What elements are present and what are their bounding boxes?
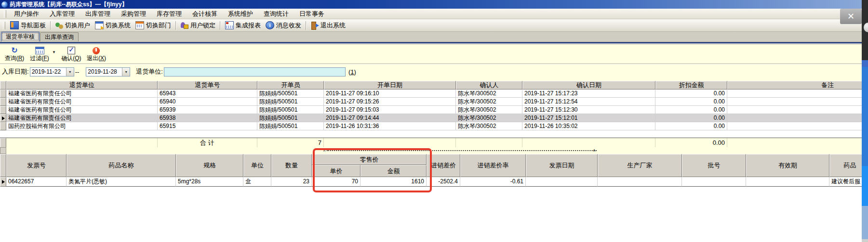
cell[interactable]: 2019-11-27 09:16:10 [324,89,456,98]
cell[interactable]: 2019-11-27 09:15:03 [324,106,456,114]
cell[interactable]: 65915 [158,122,257,130]
cell[interactable]: 陈娟娟/500501 [257,114,324,122]
chevron-down-icon[interactable]: ▼ [66,68,74,76]
table-row[interactable]: 国药控股福州有限公司65915陈娟娟/5005012019-11-26 10:3… [0,122,862,130]
table-row[interactable]: 福建省医药有限责任公司65939陈娟娟/5005012019-11-27 09:… [0,106,862,114]
chevron-down-icon[interactable]: ▼ [122,68,130,76]
column-header-退货单号[interactable]: 退货单号 [158,81,257,89]
column-header-生产厂家[interactable]: 生产厂家 [598,154,682,177]
cell[interactable]: 0.00 [655,106,727,114]
cell[interactable]: -0.61 [460,177,526,187]
column-header-确认人[interactable]: 确认人 [456,81,522,89]
tab-出库单查询[interactable]: 出库单查询 [40,32,79,41]
column-header-药品[interactable]: 药品 [829,154,862,177]
cell[interactable]: 2019-11-27 15:17:23 [522,89,655,98]
horizontal-scrollbar[interactable]: ∧ ∧ [0,147,862,154]
column-header-开单日期[interactable]: 开单日期 [324,81,456,89]
toolbar-button-消息收发[interactable]: 消息收发 [263,20,304,31]
row-marker-cell[interactable] [0,122,6,130]
row-marker-cell[interactable] [0,98,6,106]
menu-item-入库管理[interactable]: 入库管理 [44,9,80,19]
cell[interactable]: -2502.4 [427,177,460,187]
cell[interactable]: 2019-11-26 10:31:36 [324,122,456,130]
toolbar-button-集成报表[interactable]: 集成报表 [223,20,263,31]
cell[interactable]: 福建省医药有限责任公司 [6,114,158,122]
chevron-down-icon[interactable]: ▼ [52,50,56,54]
return-unit-input[interactable] [164,67,346,76]
scroll-arrow-icon[interactable]: ∧ [593,148,596,153]
table-row[interactable]: 福建省医药有限责任公司65938陈娟娟/5005012019-11-27 09:… [0,114,862,122]
column-header-规格[interactable]: 规格 [176,154,243,177]
cell[interactable]: 陈水琴/300502 [456,122,522,130]
action-button-查询[interactable]: ↻查询(R) [2,45,27,62]
cell[interactable] [682,177,746,187]
cell[interactable]: 2019-11-27 15:12:30 [522,106,655,114]
cell[interactable] [746,177,829,187]
cell[interactable]: 陈娟娟/500501 [257,122,324,130]
cell[interactable]: 建议餐后服 [829,177,862,187]
cell[interactable]: 陈水琴/300502 [456,98,522,106]
menu-item-系统维护[interactable]: 系统维护 [223,9,258,19]
cell[interactable] [727,122,862,130]
cell[interactable]: 2019-11-27 09:14:44 [324,114,456,122]
cell[interactable]: 盒 [243,177,271,187]
cell[interactable]: 福建省医药有限责任公司 [6,106,158,114]
close-button[interactable]: ✕ [840,9,862,24]
cell[interactable] [598,177,682,187]
cell[interactable]: 5mg*28s [176,177,243,187]
row-marker-cell[interactable] [0,114,6,122]
cell[interactable]: 0.00 [655,89,727,98]
cell[interactable]: 福建省医药有限责任公司 [6,89,158,98]
column-header-确认日期[interactable]: 确认日期 [522,81,655,89]
row-marker-cell[interactable] [0,89,6,98]
menu-item-会计核算[interactable]: 会计核算 [187,9,223,19]
column-header-金额[interactable]: 金额 [361,165,427,177]
table-row[interactable]: 福建省医药有限责任公司65943陈娟娟/5005012019-11-27 09:… [0,89,862,98]
cell[interactable]: 福建省医药有限责任公司 [6,98,158,106]
column-header-折扣金额[interactable]: 折扣金额 [655,81,727,89]
cell[interactable]: 0.00 [655,122,727,130]
menu-item-用户操作[interactable]: 用户操作 [9,9,44,19]
action-button-退出[interactable]: 退出(X) [84,45,109,62]
cell[interactable]: 奥氮平片(悉敏) [67,177,176,187]
column-header-批号[interactable]: 批号 [682,154,746,177]
cell[interactable] [727,114,862,122]
cell[interactable] [727,98,862,106]
cell[interactable]: 23 [271,177,312,187]
column-header-单价[interactable]: 单价 [312,165,361,177]
tab-退货单审核[interactable]: 退货单审核 [1,32,40,41]
menu-item-日常事务[interactable]: 日常事务 [294,9,330,19]
column-header-开单员[interactable]: 开单员 [257,81,324,89]
column-header-数量[interactable]: 数量 [271,154,312,177]
column-header-进销差价率[interactable]: 进销差价率 [460,154,526,177]
cell[interactable] [727,106,862,114]
cell[interactable]: 陈水琴/300502 [456,114,522,122]
cell[interactable]: 国药控股福州有限公司 [6,122,158,130]
cell[interactable]: 0.00 [655,114,727,122]
row-marker-cell[interactable] [0,177,6,187]
date-from-combo[interactable]: 2019-11-22 ▼ [30,67,74,76]
cell[interactable]: 70 [312,177,361,187]
column-header-发票日期[interactable]: 发票日期 [526,154,598,177]
action-button-过滤[interactable]: 过滤(F) [27,45,52,62]
toolbar-button-切换部门[interactable]: 切换部门 [133,20,174,31]
date-to-combo[interactable]: 2019-11-28 ▼ [86,67,130,76]
cell[interactable]: 65943 [158,89,257,98]
toolbar-button-切换系统[interactable]: 切换系统 [93,20,133,31]
column-header-有效期[interactable]: 有效期 [746,154,829,177]
cell[interactable]: 2019-11-27 15:12:01 [522,114,655,122]
menu-item-库存管理[interactable]: 库存管理 [151,9,187,19]
cell[interactable] [526,177,598,187]
detail-row[interactable]: 06422657奥氮平片(悉敏)5mg*28s盒23701610-2502.4-… [0,177,862,187]
column-header-退货单位[interactable]: 退货单位 [6,81,158,89]
cell[interactable]: 2019-11-27 15:12:54 [522,98,655,106]
cell[interactable]: 陈水琴/300502 [456,106,522,114]
background-scrollbar-blue[interactable] [862,166,868,206]
table-row[interactable]: 福建省医药有限责任公司65940陈娟娟/5005012019-11-27 09:… [0,98,862,106]
toolbar-button-切换用户[interactable]: 切换用户 [53,20,93,31]
cell[interactable]: 2019-11-26 10:35:02 [522,122,655,130]
column-header-药品名称[interactable]: 药品名称 [67,154,176,177]
column-header-进销差价[interactable]: 进销差价 [427,154,460,177]
cell[interactable]: 0.00 [655,98,727,106]
cell[interactable]: 65938 [158,114,257,122]
